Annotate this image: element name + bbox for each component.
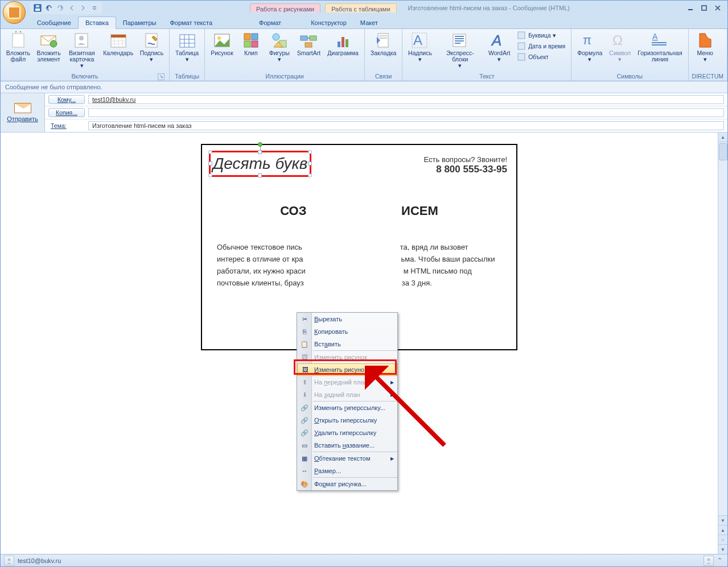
ribbon-button[interactable]: Подпись▾ xyxy=(138,30,166,63)
context-menu-label: Размер... xyxy=(314,467,341,474)
svg-rect-33 xyxy=(305,43,312,47)
link-del-icon: 🔗 xyxy=(299,428,310,438)
redo-icon[interactable] xyxy=(55,3,65,13)
resize-handle-icon[interactable] xyxy=(308,150,312,154)
cc-button[interactable]: Копия... xyxy=(48,108,85,117)
directum-icon xyxy=(696,31,714,49)
scroll-thumb[interactable] xyxy=(719,143,727,160)
paperclip-icon xyxy=(9,31,27,49)
rotate-handle-icon[interactable] xyxy=(258,142,262,147)
ribbon-small-button[interactable]: Дата и время xyxy=(515,41,567,51)
qat-dropdown-icon[interactable] xyxy=(89,3,100,13)
ribbon-group-label: Связи xyxy=(368,72,399,81)
ribbon-button[interactable]: Рисунок xyxy=(208,30,236,56)
prev-icon[interactable] xyxy=(67,3,77,13)
context-menu-item[interactable]: 📋Вставить xyxy=(297,338,397,350)
ribbon-button[interactable]: ΩСимвол▾ xyxy=(607,30,633,63)
close-icon[interactable] xyxy=(713,4,723,12)
selected-image[interactable]: Десять букв xyxy=(209,151,311,177)
ribbon-button[interactable]: Закладка xyxy=(368,30,399,56)
ribbon-button[interactable]: AНадпись▾ xyxy=(406,30,434,63)
ribbon-button-label: Диаграмма xyxy=(327,50,359,56)
dialog-launcher-icon[interactable]: ↘ xyxy=(158,73,164,80)
ribbon-button[interactable]: SmartArt xyxy=(295,30,323,56)
context-menu-item[interactable]: 🔗Изменить гиперссылку... xyxy=(297,402,397,414)
context-tab-picture[interactable]: Работа с рисунками xyxy=(250,3,320,13)
context-menu-item[interactable]: ▭Вставить название... xyxy=(297,439,397,452)
ribbon-button[interactable]: πФормула▾ xyxy=(575,30,604,63)
undo-icon[interactable] xyxy=(44,3,54,13)
context-menu-item[interactable]: 🔗Открыть гиперссылку xyxy=(297,414,397,427)
ribbon-tab[interactable]: Формат xyxy=(252,17,288,28)
ribbon-button-label: Вложитьэлемент xyxy=(36,50,60,63)
ribbon-button[interactable]: AWordArt▾ xyxy=(486,30,512,63)
context-menu-item[interactable]: ▦Обтекание текстом▶ xyxy=(297,452,397,465)
ribbon-button[interactable]: Вложитьфайл xyxy=(4,30,32,63)
context-menu-item[interactable]: ↔Размер... xyxy=(297,465,397,477)
context-menu-item: ⬆На передний план▶ xyxy=(297,376,397,388)
office-button[interactable] xyxy=(3,1,26,24)
subject-label: Тема: xyxy=(48,121,85,130)
ribbon-button[interactable]: Диаграмма xyxy=(325,30,361,56)
ribbon-tab[interactable]: Формат текста xyxy=(163,17,219,28)
ribbon-group-label: Включить↘ xyxy=(4,72,166,81)
ribbon-tab[interactable]: Вставка xyxy=(78,16,116,29)
minimize-icon[interactable] xyxy=(685,4,696,12)
resize-handle-icon[interactable] xyxy=(208,150,212,154)
textbox-icon: A xyxy=(411,31,429,49)
browse-prev-icon[interactable]: ▲ xyxy=(718,525,727,535)
ribbon-button[interactable]: Меню▾ xyxy=(692,30,718,63)
scroll-down-icon[interactable]: ▼ xyxy=(718,515,727,525)
ribbon-tab[interactable]: Сообщение xyxy=(30,17,78,28)
to-field[interactable]: test10@bukv.ru xyxy=(88,95,724,104)
save-icon[interactable] xyxy=(32,3,43,13)
resize-handle-icon[interactable] xyxy=(208,173,212,177)
ribbon-tab[interactable]: Макет xyxy=(353,17,385,28)
contextual-tabs: Работа с рисунками Работа с таблицами xyxy=(250,3,397,13)
front-icon: ⬆ xyxy=(299,377,310,387)
ribbon-button[interactable]: Таблица▾ xyxy=(173,30,201,63)
ribbon-button[interactable]: Вложитьэлемент xyxy=(35,30,63,63)
small-icon xyxy=(517,52,526,61)
to-button[interactable]: Кому... xyxy=(48,95,85,104)
maximize-icon[interactable] xyxy=(699,4,709,12)
ribbon-button-label: Визитнаякарточка ▾ xyxy=(67,50,96,69)
ribbon-tab[interactable]: Параметры xyxy=(116,17,163,28)
context-menu-item[interactable]: 🔗Удалить гиперссылку xyxy=(297,427,397,439)
next-icon[interactable] xyxy=(78,3,88,13)
browse-next-icon[interactable]: ▼ xyxy=(718,544,727,554)
resize-handle-icon[interactable] xyxy=(258,173,262,177)
context-menu-item[interactable]: 🖼Изменить рисунок... xyxy=(297,363,397,376)
cc-field[interactable] xyxy=(88,108,724,117)
message-body-area: Десять букв Есть вопросы? Звоните! 8 800… xyxy=(1,133,727,554)
context-menu-item[interactable]: ✂Вырезать xyxy=(297,313,397,325)
subject-field[interactable]: Изготовление html-писем на заказ xyxy=(88,121,724,130)
expand-icon[interactable]: ⌃ xyxy=(715,557,724,564)
resize-handle-icon[interactable] xyxy=(308,173,312,177)
ribbon-button[interactable]: AГоризонтальнаялиния xyxy=(635,30,684,63)
size-icon: ↔ xyxy=(299,466,310,476)
resize-handle-icon[interactable] xyxy=(308,162,312,165)
statusbar: test10@bukv.ru ⌃ xyxy=(1,554,727,566)
browse-object-icon[interactable]: ○ xyxy=(718,535,727,544)
ribbon-small-button[interactable]: Буквица ▾ xyxy=(515,30,567,40)
submenu-arrow-icon: ▶ xyxy=(390,392,394,398)
envelope-icon xyxy=(14,103,31,113)
ribbon-button[interactable]: Клип xyxy=(238,30,264,56)
context-menu-item[interactable]: 🎨Формат рисунка... xyxy=(297,478,397,490)
ribbon-small-button[interactable]: Объект xyxy=(515,52,567,62)
ribbon-tab[interactable]: Конструктор xyxy=(304,17,353,28)
ribbon-button[interactable]: Фигуры▾ xyxy=(266,30,293,63)
context-tab-table[interactable]: Работа с таблицами xyxy=(325,3,396,13)
ribbon-button[interactable]: Экспресс-блоки▾ xyxy=(437,30,484,69)
resize-handle-icon[interactable] xyxy=(208,162,212,165)
ribbon-button[interactable]: Визитнаякарточка ▾ xyxy=(65,30,98,69)
ribbon-button[interactable]: Календарь xyxy=(101,30,135,56)
svg-text:A: A xyxy=(652,32,658,41)
ribbon-group-label: Иллюстрации xyxy=(208,72,361,81)
vertical-scrollbar[interactable]: ▲ ▼ ▲ ○ ▼ xyxy=(718,133,727,554)
resize-handle-icon[interactable] xyxy=(258,150,262,154)
send-button[interactable]: Отправить xyxy=(7,115,38,122)
scroll-up-icon[interactable]: ▲ xyxy=(718,133,727,142)
context-menu-item[interactable]: ⎘Копировать xyxy=(297,325,397,338)
